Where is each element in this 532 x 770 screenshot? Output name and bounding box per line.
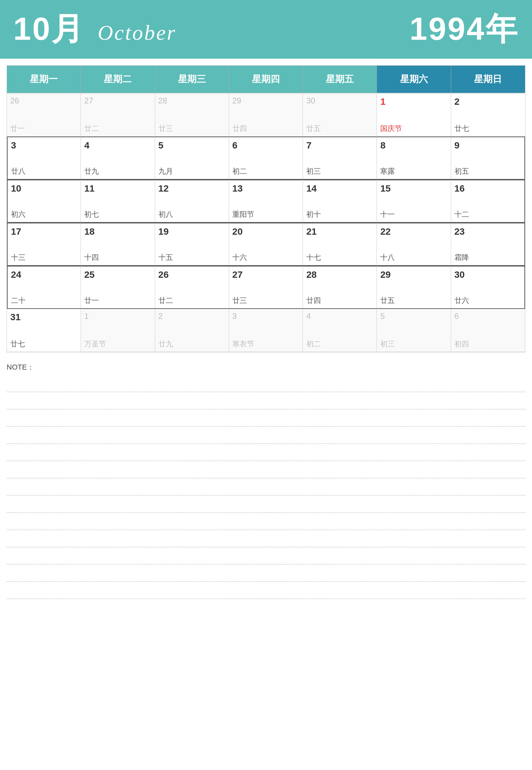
day-number: 3 [11, 140, 77, 151]
note-line [7, 564, 525, 582]
lunar-date: 十六 [232, 253, 299, 263]
lunar-date: 初十 [306, 209, 373, 219]
note-line [7, 496, 525, 513]
note-label: NOTE： [7, 362, 525, 372]
lunar-date: 廿四 [232, 124, 299, 134]
day-number: 18 [84, 226, 151, 237]
lunar-date: 廿五 [380, 296, 447, 306]
day-number: 30 [306, 96, 373, 106]
lunar-date: 廿九 [84, 166, 151, 176]
day-number: 4 [84, 140, 151, 151]
lunar-date: 廿六 [454, 296, 521, 306]
calendar-cell: 28廿三 [155, 93, 229, 137]
day-number: 9 [454, 140, 521, 151]
lunar-date: 万圣节 [84, 339, 151, 349]
day-number: 31 [10, 312, 77, 323]
day-number: 8 [380, 140, 447, 151]
lunar-date: 廿七 [10, 339, 77, 349]
lunar-date: 初三 [306, 166, 373, 176]
day-number: 6 [232, 140, 299, 151]
calendar-cell: 6初二 [229, 137, 303, 180]
day-number: 2 [158, 312, 225, 321]
day-number: 3 [232, 312, 299, 321]
day-header-星期日: 星期日 [451, 66, 525, 93]
day-header-星期六: 星期六 [377, 66, 451, 93]
calendar-cell: 16十二 [451, 180, 525, 223]
calendar-week-3: 10初六11初七12初八13重阳节14初十15十一16十二 [7, 180, 525, 223]
lunar-date: 霜降 [454, 253, 521, 263]
calendar-cell: 4初二 [303, 309, 377, 352]
lunar-date: 十一 [380, 209, 447, 219]
calendar-cell: 1万圣节 [81, 309, 155, 352]
calendar-cell: 30廿六 [451, 266, 525, 309]
lunar-date: 十三 [11, 253, 77, 263]
lunar-date: 十四 [84, 253, 151, 263]
note-line [7, 409, 525, 427]
day-number: 24 [11, 269, 77, 280]
note-line [7, 427, 525, 444]
calendar-cell: 15十一 [377, 180, 451, 223]
note-line [7, 375, 525, 392]
day-header-星期一: 星期一 [7, 66, 81, 93]
day-number: 1 [380, 96, 447, 107]
day-number: 30 [454, 269, 521, 280]
month-en: October [98, 21, 177, 45]
calendar-cell: 6初四 [451, 309, 525, 352]
calendar-cell: 31廿七 [7, 309, 81, 352]
note-line [7, 461, 525, 478]
lunar-date: 廿八 [11, 166, 77, 176]
note-line [7, 582, 525, 599]
note-line [7, 478, 525, 496]
day-number: 21 [306, 226, 373, 237]
calendar-cell: 30廿五 [303, 93, 377, 137]
calendar-cell: 22十八 [377, 223, 451, 266]
lunar-date: 寒露 [380, 166, 447, 176]
lunar-date: 廿三 [232, 296, 299, 306]
day-number: 20 [232, 226, 299, 237]
lunar-date: 廿一 [84, 296, 151, 306]
day-number: 17 [11, 226, 77, 237]
day-number: 12 [158, 183, 225, 194]
lunar-date: 十七 [306, 253, 373, 263]
lunar-date: 廿三 [158, 124, 225, 134]
calendar-cell: 1国庆节 [377, 93, 451, 137]
lunar-date: 廿五 [306, 124, 373, 134]
note-line [7, 392, 525, 409]
lunar-date: 初二 [232, 166, 299, 176]
note-line [7, 513, 525, 530]
holiday-label: 国庆节 [380, 124, 447, 134]
note-section: NOTE： [7, 362, 525, 599]
calendar-cell: 5初三 [377, 309, 451, 352]
calendar: 星期一星期二星期三星期四星期五星期六星期日 26廿一27廿二28廿三29廿四30… [7, 65, 525, 352]
day-number: 1 [84, 312, 151, 321]
lunar-date: 初八 [158, 209, 225, 219]
lunar-date: 重阳节 [232, 209, 299, 219]
calendar-cell: 14初十 [303, 180, 377, 223]
calendar-cell: 25廿一 [81, 266, 155, 309]
day-number: 7 [306, 140, 373, 151]
day-number: 28 [306, 269, 373, 280]
note-line [7, 444, 525, 461]
calendar-cell: 23霜降 [451, 223, 525, 266]
lunar-date: 初三 [380, 339, 447, 349]
day-number: 4 [306, 312, 373, 321]
lunar-date: 九月 [158, 166, 225, 176]
calendar-cell: 3寒衣节 [229, 309, 303, 352]
day-number: 19 [158, 226, 225, 237]
calendar-cell: 24二十 [7, 266, 81, 309]
day-number: 6 [454, 312, 522, 321]
day-number: 5 [380, 312, 447, 321]
calendar-cell: 26廿一 [7, 93, 81, 137]
calendar-cell: 17十三 [7, 223, 81, 266]
day-number: 13 [232, 183, 299, 194]
day-number: 25 [84, 269, 151, 280]
note-line [7, 547, 525, 564]
day-headers: 星期一星期二星期三星期四星期五星期六星期日 [7, 66, 525, 93]
calendar-cell: 2廿九 [155, 309, 229, 352]
calendar-week-2: 3廿八4廿九5九月6初二7初三8寒露9初五 [7, 137, 525, 180]
day-header-星期二: 星期二 [81, 66, 155, 93]
day-number: 14 [306, 183, 373, 194]
lunar-date: 廿二 [84, 124, 151, 134]
day-number: 11 [84, 183, 151, 194]
note-line [7, 530, 525, 547]
